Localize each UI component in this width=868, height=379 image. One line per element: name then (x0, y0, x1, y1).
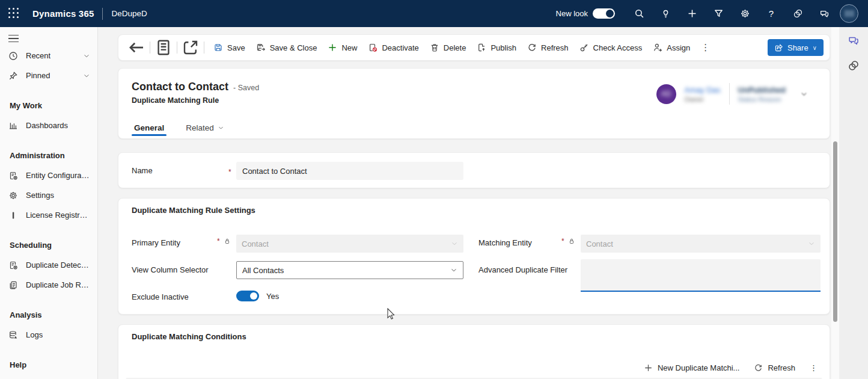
name-field-label: Name (132, 166, 153, 175)
record-save-status: - Saved (233, 84, 259, 92)
content-scrollbar-thumb[interactable] (833, 141, 837, 322)
advanced-duplicate-filter-label: Advanced Duplicate Filter (478, 265, 567, 274)
sidebar-item-license-registration[interactable]: License Registration (0, 205, 97, 225)
tab-general[interactable]: General (132, 119, 167, 138)
license-icon (8, 211, 18, 220)
new-plus-icon (328, 43, 337, 52)
exclude-inactive-label: Exclude Inactive (132, 292, 189, 301)
environment-name[interactable]: DeDupeD (111, 9, 147, 18)
required-asterisk: * (217, 237, 220, 245)
lightbulb-icon[interactable] (652, 0, 679, 27)
gear-icon (8, 191, 18, 200)
required-asterisk: * (228, 168, 231, 176)
divider (177, 42, 177, 54)
share-icon (774, 43, 783, 52)
tab-related[interactable]: Related (183, 119, 227, 138)
filter-icon[interactable] (705, 0, 732, 27)
settings-section-title: Duplicate Matching Rule Settings (132, 206, 255, 215)
status-reason-field[interactable]: UnPublished Status Reason (738, 85, 786, 103)
sidebar-group-scheduling: Scheduling (0, 235, 97, 255)
name-section-card: Name * Contact to Contact (118, 152, 830, 188)
matching-entity-label: Matching Entity (478, 238, 532, 247)
chevron-down-icon[interactable] (83, 52, 90, 60)
save-and-close-button[interactable]: Save & Close (251, 39, 323, 57)
copilot-panel-icon[interactable] (848, 60, 860, 72)
site-map-sidebar: Recent Pinned My Work Dashboards Adminis… (0, 27, 98, 379)
feedback-icon[interactable] (811, 0, 837, 27)
owner-role-label: Owner (685, 96, 721, 103)
new-look-label: New look (556, 9, 588, 18)
exclude-inactive-toggle[interactable] (236, 291, 259, 301)
primary-entity-combobox: Contact (236, 235, 463, 253)
sidebar-group-help: Help (0, 355, 97, 375)
conditions-refresh-button[interactable]: Refresh (748, 358, 801, 377)
new-look-toggle[interactable] (593, 8, 615, 19)
header-expand-chevron-icon[interactable] (800, 90, 808, 98)
view-column-selector-combobox[interactable]: All Contacts (236, 261, 463, 279)
assign-icon (653, 43, 662, 52)
back-button[interactable] (127, 39, 146, 57)
status-reason-value: UnPublished (738, 85, 786, 94)
delete-button[interactable]: Delete (424, 39, 472, 57)
popout-icon[interactable] (181, 39, 200, 57)
record-title: Contact to Contact (132, 81, 228, 93)
pin-icon (8, 71, 18, 81)
command-bar: Save Save & Close New Deactivate Delete … (118, 34, 830, 61)
refresh-button[interactable]: Refresh (522, 39, 574, 57)
advanced-duplicate-filter-input[interactable] (581, 259, 821, 292)
help-icon[interactable]: ? (758, 0, 784, 27)
chevron-down-icon (450, 267, 457, 274)
exclude-inactive-value: Yes (266, 292, 279, 301)
settings-gear-icon[interactable] (732, 0, 758, 27)
sidebar-item-recent[interactable]: Recent (0, 46, 97, 66)
owner-name: Amay Das (685, 85, 721, 94)
save-icon (213, 43, 223, 52)
divider (150, 42, 150, 54)
more-commands-button[interactable]: ⋮ (695, 39, 712, 57)
sidemap-collapse-icon[interactable] (8, 32, 20, 45)
new-duplicate-matching-condition-button[interactable]: New Duplicate Matchi... (638, 358, 745, 377)
deactivate-button[interactable]: Deactivate (362, 39, 424, 57)
save-button[interactable]: Save (208, 39, 251, 57)
chevron-down-icon[interactable] (83, 72, 90, 79)
record-header-card: Contact to Contact - Saved Duplicate Mat… (118, 68, 830, 139)
sidebar-item-duplicate-job-runs[interactable]: Duplicate Job Runs (0, 275, 97, 295)
matching-entity-combobox: Contact (581, 235, 821, 253)
share-button[interactable]: Share ∨ (768, 39, 824, 56)
new-button[interactable]: New (322, 39, 362, 57)
sidebar-item-settings[interactable]: Settings (0, 185, 97, 205)
owner-info[interactable]: Amay Das Owner (685, 85, 721, 103)
database-icon (8, 330, 18, 340)
app-title[interactable]: Dynamics 365 (32, 8, 94, 19)
check-access-button[interactable]: Check Access (574, 39, 648, 57)
duplicate-matching-conditions-card: Duplicate Matching Conditions New Duplic… (118, 324, 830, 379)
sidebar-item-pinned[interactable]: Pinned (0, 66, 97, 85)
search-icon[interactable] (626, 0, 652, 27)
teams-chat-icon[interactable] (848, 34, 860, 46)
lock-icon (568, 238, 575, 245)
sidebar-group-administration: Administration (0, 146, 97, 165)
assign-button[interactable]: Assign (647, 39, 695, 57)
app-launcher-waffle-icon[interactable] (0, 0, 28, 27)
account-avatar[interactable] (840, 4, 858, 23)
publish-button[interactable]: Publish (471, 39, 522, 57)
sidebar-item-duplicate-detection[interactable]: Duplicate Detecti... (0, 255, 97, 275)
sidebar-item-dashboards[interactable]: Dashboards (0, 116, 97, 135)
refresh-icon (527, 43, 537, 52)
owner-avatar[interactable]: AD (656, 84, 676, 104)
chevron-down-icon (808, 240, 815, 247)
name-input[interactable]: Contact to Contact (236, 162, 463, 180)
doc-gear-icon (8, 260, 18, 270)
refresh-icon (754, 363, 763, 372)
sidebar-item-logs[interactable]: Logs (0, 325, 97, 345)
sidebar-item-entity-configuration[interactable]: Entity Configurati... (0, 165, 97, 185)
key-icon (579, 43, 589, 52)
quick-create-plus-icon[interactable] (679, 0, 705, 27)
deactivate-icon (368, 43, 377, 52)
chevron-down-icon: ∨ (813, 45, 817, 51)
sidebar-group-analysis: Analysis (0, 305, 97, 325)
form-selector-icon[interactable] (154, 39, 173, 57)
dashboard-icon (8, 121, 18, 131)
conditions-more-button[interactable]: ⋮ (804, 358, 821, 377)
copilot-icon[interactable] (784, 0, 811, 27)
